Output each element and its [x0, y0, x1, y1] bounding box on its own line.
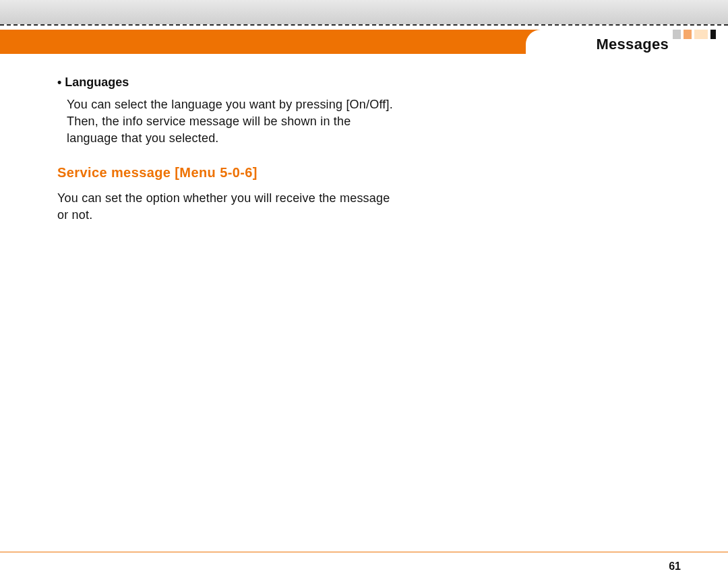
- languages-body: You can select the language you want by …: [57, 96, 394, 146]
- top-texture-strip: [0, 0, 728, 24]
- content-area: • Languages You can select the language …: [57, 75, 394, 243]
- swatch-light-orange: [694, 30, 708, 39]
- dashed-divider: [0, 24, 728, 26]
- service-message-body: You can set the option whether you will …: [57, 190, 394, 224]
- swatch-orange: [684, 30, 692, 39]
- languages-heading: • Languages: [57, 75, 394, 90]
- page-number: 61: [669, 560, 681, 573]
- page-title: Messages: [596, 36, 669, 53]
- header-swatches: [670, 30, 716, 39]
- swatch-black: [710, 30, 716, 39]
- swatch-grey: [673, 30, 681, 39]
- footer-divider: [0, 552, 728, 552]
- manual-page: Messages • Languages You can select the …: [0, 0, 728, 582]
- service-message-heading: Service message [Menu 5-0-6]: [57, 165, 394, 181]
